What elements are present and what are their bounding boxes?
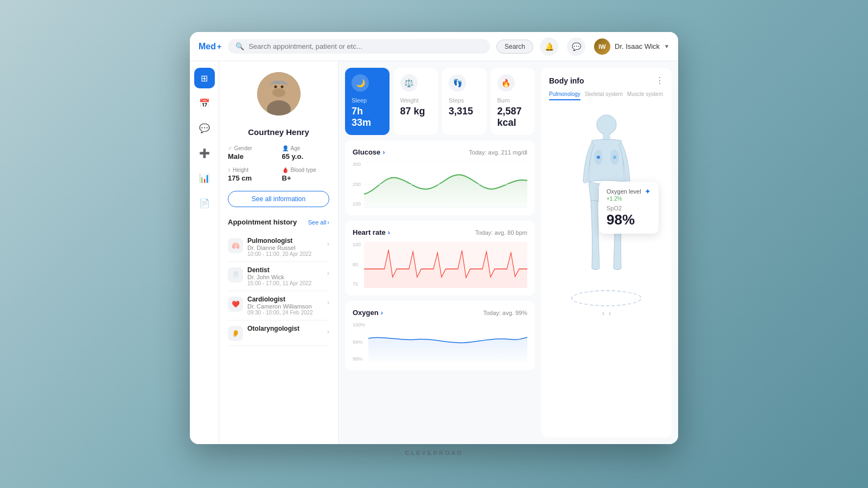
content: Courtney Henry ♂ Gender Male 👤 bbox=[219, 61, 678, 444]
topbar: Med + 🔍 Search 🔔 💬 IW Dr. Isaac Wick ▼ bbox=[190, 32, 678, 61]
height-info: ↕ Height 175 cm bbox=[228, 167, 276, 182]
appointments-list: 🫁 Pulmonologist Dr. Dianne Russel 10:00 … bbox=[228, 233, 329, 346]
svg-point-9 bbox=[597, 115, 616, 134]
appointment-arrow: › bbox=[327, 269, 329, 277]
avatar: IW bbox=[594, 38, 610, 55]
stats-row: 🌙 Sleep 7h 33m ⚖️ Weight 87 kg 👣 bbox=[345, 68, 535, 135]
appointment-arrow: › bbox=[327, 240, 329, 248]
sidebar-item-add[interactable]: ➕ bbox=[194, 143, 215, 163]
oxygen-popup: Oxygen level ✦ +1.2% SpO2 98% bbox=[599, 182, 659, 234]
pulmonologist-icon: 🫁 bbox=[228, 238, 243, 253]
appointment-cardiologist[interactable]: ❤️ Cardiologist Dr. Cameron Williamson 0… bbox=[228, 291, 329, 320]
body-nav: ‹ › bbox=[602, 310, 611, 317]
svg-point-13 bbox=[597, 156, 600, 159]
age-icon: 👤 bbox=[282, 145, 289, 151]
body-figure: Oxygen level ✦ +1.2% SpO2 98% ‹ › bbox=[549, 106, 664, 323]
svg-point-4 bbox=[274, 86, 277, 88]
tab-muscle[interactable]: Muscle system bbox=[627, 91, 663, 100]
sidebar-item-dashboard[interactable]: ⊞ bbox=[194, 68, 215, 88]
search-input[interactable] bbox=[248, 42, 482, 50]
middle-column: 🌙 Sleep 7h 33m ⚖️ Weight 87 kg 👣 bbox=[345, 68, 535, 438]
logo-plus: + bbox=[217, 42, 221, 51]
gender-icon: ♂ bbox=[228, 145, 232, 151]
logo-text: Med bbox=[199, 42, 216, 52]
stat-weight[interactable]: ⚖️ Weight 87 kg bbox=[394, 68, 438, 135]
glucose-link-icon[interactable]: › bbox=[382, 148, 385, 156]
appointment-pulmonologist[interactable]: 🫁 Pulmonologist Dr. Dianne Russel 10:00 … bbox=[228, 233, 329, 262]
search-icon: 🔍 bbox=[235, 42, 244, 50]
sidebar: ⊞ 📅 💬 ➕ 📊 📄 bbox=[190, 61, 219, 444]
svg-point-5 bbox=[280, 86, 283, 88]
svg-point-14 bbox=[613, 156, 616, 159]
burn-icon: 🔥 bbox=[497, 74, 515, 92]
patient-name: Courtney Henry bbox=[228, 127, 329, 137]
brand-footer: CLEVERROAD bbox=[405, 450, 463, 456]
right-content: 🌙 Sleep 7h 33m ⚖️ Weight 87 kg 👣 bbox=[339, 61, 678, 444]
cardiologist-icon: ❤️ bbox=[228, 297, 243, 312]
see-all-link[interactable]: See all › bbox=[308, 219, 329, 226]
stat-burn[interactable]: 🔥 Burn 2,587 kcal bbox=[491, 68, 535, 135]
user-name: Dr. Isaac Wick bbox=[615, 42, 660, 50]
user-info[interactable]: IW Dr. Isaac Wick ▼ bbox=[594, 38, 669, 55]
age-info: 👤 Age 65 y.o. bbox=[282, 145, 330, 160]
patient-avatar bbox=[257, 72, 301, 115]
appointment-arrow: › bbox=[327, 299, 329, 306]
body-tabs: Pulmonology Skeletal system Muscle syste… bbox=[549, 91, 664, 100]
dentist-icon: 🦷 bbox=[228, 267, 243, 282]
stat-sleep[interactable]: 🌙 Sleep 7h 33m bbox=[345, 68, 390, 135]
svg-point-3 bbox=[272, 88, 285, 97]
appointments-header: Appointment history See all › bbox=[228, 218, 329, 226]
otolaryngologist-icon: 👂 bbox=[228, 326, 243, 341]
height-icon: ↕ bbox=[228, 167, 231, 173]
stat-steps[interactable]: 👣 Steps 3,315 bbox=[442, 68, 487, 135]
weight-icon: ⚖️ bbox=[400, 74, 418, 92]
left-panel: Courtney Henry ♂ Gender Male 👤 bbox=[219, 61, 339, 444]
topbar-icons: 🔔 💬 IW Dr. Isaac Wick ▼ bbox=[540, 37, 669, 56]
search-bar: 🔍 bbox=[228, 39, 490, 54]
body-panel: Body info ⋮ Pulmonology Skeletal system … bbox=[541, 68, 672, 438]
patient-info-grid: ♂ Gender Male 👤 Age 65 y.o. bbox=[228, 145, 329, 182]
tab-pulmonology[interactable]: Pulmonology bbox=[549, 91, 580, 100]
tab-skeletal[interactable]: Skeletal system bbox=[585, 91, 623, 100]
glucose-chart: Glucose › Today: avg. 211 mg/dl 300 200 … bbox=[345, 140, 535, 215]
steps-icon: 👣 bbox=[449, 74, 466, 92]
body-prev-icon[interactable]: ‹ bbox=[602, 310, 604, 317]
appointment-arrow: › bbox=[327, 328, 329, 336]
appointment-otolaryngologist[interactable]: 👂 Otolaryngologist › bbox=[228, 320, 329, 346]
body-panel-title: Body info bbox=[549, 76, 584, 85]
oxygen-chart: Oxygen › Today: avg. 99% 100% 99% 98% bbox=[345, 301, 535, 370]
appointments-title: Appointment history bbox=[228, 218, 297, 226]
blood-icon: 🩸 bbox=[282, 167, 289, 173]
arrow-icon: › bbox=[327, 219, 329, 226]
sidebar-item-documents[interactable]: 📄 bbox=[194, 192, 215, 213]
see-all-info-button[interactable]: See all information bbox=[228, 191, 329, 207]
heart-rate-link-icon[interactable]: › bbox=[388, 228, 390, 236]
message-button[interactable]: 💬 bbox=[567, 37, 585, 56]
main-layout: ⊞ 📅 💬 ➕ 📊 📄 bbox=[190, 61, 678, 444]
spin-icon: ✦ bbox=[644, 187, 651, 196]
chevron-down-icon: ▼ bbox=[664, 43, 669, 49]
sidebar-item-messages[interactable]: 💬 bbox=[194, 118, 215, 138]
more-options-icon[interactable]: ⋮ bbox=[655, 75, 664, 86]
logo: Med + bbox=[199, 42, 221, 52]
oxygen-link-icon[interactable]: › bbox=[381, 309, 383, 317]
notification-button[interactable]: 🔔 bbox=[540, 37, 558, 56]
blood-info: 🩸 Blood type B+ bbox=[282, 167, 330, 182]
appointment-dentist[interactable]: 🦷 Dentist Dr. John Wick 15:00 - 17:00, 1… bbox=[228, 262, 329, 291]
sidebar-item-calendar[interactable]: 📅 bbox=[194, 93, 215, 113]
heart-rate-chart: Heart rate › Today: avg. 80 bpm 100 80 7… bbox=[345, 221, 535, 296]
sidebar-item-analytics[interactable]: 📊 bbox=[194, 168, 215, 188]
body-next-icon[interactable]: › bbox=[609, 310, 611, 317]
search-button[interactable]: Search bbox=[496, 40, 533, 54]
sleep-icon: 🌙 bbox=[352, 74, 369, 92]
gender-info: ♂ Gender Male bbox=[228, 145, 276, 160]
